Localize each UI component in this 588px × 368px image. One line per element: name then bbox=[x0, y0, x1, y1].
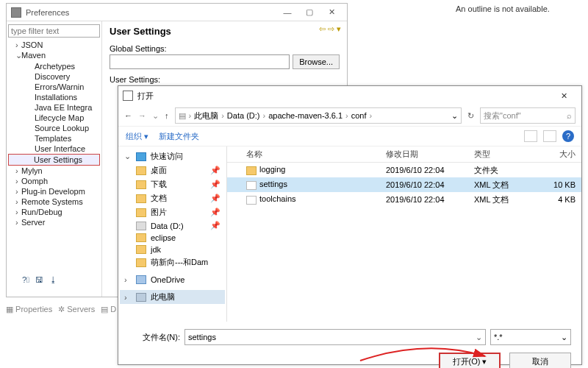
tree-item[interactable]: Errors/Warnin bbox=[8, 82, 100, 92]
new-folder-button[interactable]: 新建文件夹 bbox=[159, 131, 199, 142]
nav-back-button[interactable]: ← bbox=[124, 111, 132, 120]
breadcrumb[interactable]: ▤ › 此电脑›Data (D:)›apache-maven-3.6.1›con… bbox=[175, 107, 462, 124]
user-settings-label: User Settings: bbox=[110, 75, 340, 84]
bottom-tabs: ▦ Properties ✲ Servers ▤ D bbox=[6, 305, 116, 314]
organize-button[interactable]: 组织 ▾ bbox=[126, 131, 148, 142]
filter-input[interactable] bbox=[8, 24, 100, 38]
dropdown-history-icon[interactable]: ⌄ bbox=[152, 111, 159, 121]
servers-tab[interactable]: ✲ Servers bbox=[58, 305, 95, 314]
close-button[interactable]: ✕ bbox=[320, 7, 343, 17]
nav-fwd-icon[interactable]: ⇨ bbox=[328, 24, 334, 34]
sidebar-item[interactable]: ›OneDrive bbox=[120, 274, 225, 286]
help-icon[interactable]: ?⃝ bbox=[22, 275, 29, 284]
preferences-titlebar: Preferences — ▢ ✕ bbox=[7, 4, 347, 21]
filename-dropdown-icon[interactable]: ⌄ bbox=[476, 333, 482, 342]
file-row[interactable]: settings2019/6/10 22:04XML 文档10 KB bbox=[227, 177, 581, 192]
filetype-select[interactable]: *.* ⌄ bbox=[490, 329, 571, 345]
preferences-tree: ›JSON⌄MavenArchetypesDiscoveryErrors/War… bbox=[7, 21, 102, 297]
file-row[interactable]: logging2019/6/10 22:04文件夹 bbox=[227, 163, 581, 177]
refresh-button[interactable]: ↻ bbox=[467, 111, 474, 121]
dialog-close-button[interactable]: ✕ bbox=[551, 91, 577, 101]
open-button[interactable]: 打开(O) ▾ bbox=[439, 353, 501, 368]
tree-item[interactable]: ⌄Maven bbox=[8, 50, 100, 61]
file-row[interactable]: toolchains2019/6/10 22:04XML 文档4 KB bbox=[227, 192, 581, 207]
status-icons: ?⃝ 🖫 ⭳ bbox=[22, 275, 57, 284]
filetype-value: *.* bbox=[494, 333, 503, 342]
tree-item[interactable]: Installations bbox=[8, 92, 100, 102]
filename-input[interactable]: settings ⌄ bbox=[184, 329, 486, 345]
minimize-button[interactable]: — bbox=[276, 8, 298, 17]
sidebar-item[interactable]: ⌄快速访问 bbox=[120, 149, 225, 163]
filetype-dropdown-icon: ⌄ bbox=[561, 333, 567, 342]
breadcrumb-item[interactable]: conf bbox=[351, 111, 367, 120]
tree-item[interactable]: Templates bbox=[8, 133, 100, 144]
window-title: Preferences bbox=[26, 8, 276, 17]
sidebar-item[interactable]: ›此电脑 bbox=[120, 290, 225, 304]
file-open-dialog: 打开 ✕ ← → ⌄ ↑ ▤ › 此电脑›Data (D:)›apache-ma… bbox=[118, 85, 582, 365]
col-type[interactable]: 类型 bbox=[470, 149, 536, 160]
col-name[interactable]: 名称 bbox=[242, 149, 381, 160]
tree-item[interactable]: ›JSON bbox=[8, 40, 100, 50]
nav-back-icon[interactable]: ⇦ bbox=[319, 24, 326, 34]
tree-item[interactable]: User Interface bbox=[8, 144, 100, 154]
filename-label: 文件名(N): bbox=[129, 332, 180, 343]
preview-pane-button[interactable] bbox=[543, 130, 556, 142]
app-icon bbox=[11, 7, 21, 18]
tree-item[interactable]: ›Oomph bbox=[8, 176, 100, 186]
sidebar-item[interactable]: 桌面📌 bbox=[120, 163, 225, 177]
tree-item[interactable]: Discovery bbox=[8, 71, 100, 82]
global-settings-input[interactable] bbox=[110, 54, 290, 69]
data-tab[interactable]: ▤ D bbox=[101, 305, 116, 314]
sidebar: ⌄快速访问桌面📌下载📌文档📌图片📌Data (D:)📌eclipsejdk萌新向… bbox=[118, 146, 227, 322]
sidebar-item[interactable]: 文档📌 bbox=[120, 191, 225, 205]
tree-item[interactable]: Lifecycle Map bbox=[8, 113, 100, 123]
properties-tab[interactable]: ▦ Properties bbox=[6, 305, 52, 314]
tree-item[interactable]: User Settings bbox=[8, 154, 100, 166]
search-icon: ⌕ bbox=[567, 111, 572, 120]
nav-menu-icon[interactable]: ▾ bbox=[337, 24, 341, 34]
col-size[interactable]: 大小 bbox=[536, 149, 580, 160]
maximize-button[interactable]: ▢ bbox=[298, 7, 320, 17]
sidebar-item[interactable]: 萌新向---和Dam bbox=[120, 255, 225, 269]
tree-item[interactable]: Source Lookup bbox=[8, 123, 100, 133]
tree-item[interactable]: ›Run/Debug bbox=[8, 207, 100, 217]
browse-global-button[interactable]: Browse... bbox=[293, 54, 340, 69]
page-title: User Settings bbox=[110, 26, 340, 37]
sidebar-item[interactable]: eclipse bbox=[120, 232, 225, 244]
tree-item[interactable]: ›Server bbox=[8, 217, 100, 227]
nav-forward-button[interactable]: → bbox=[138, 111, 146, 120]
tree-item[interactable]: Java EE Integra bbox=[8, 102, 100, 113]
export-icon[interactable]: ⭳ bbox=[49, 275, 57, 284]
nav-up-button[interactable]: ↑ bbox=[165, 111, 169, 120]
breadcrumb-item[interactable]: 此电脑 bbox=[194, 110, 218, 121]
view-mode-button[interactable] bbox=[524, 130, 537, 142]
breadcrumb-item[interactable]: Data (D:) bbox=[227, 111, 260, 120]
search-placeholder: 搜索"conf" bbox=[484, 110, 521, 121]
tree-item[interactable]: ›Plug-in Developm bbox=[8, 186, 100, 197]
sidebar-item[interactable]: Data (D:)📌 bbox=[120, 219, 225, 232]
sidebar-item[interactable]: jdk bbox=[120, 244, 225, 255]
global-settings-label: Global Settings: bbox=[110, 44, 340, 53]
nav-arrows: ⇦ ⇨ ▾ bbox=[319, 24, 341, 34]
sidebar-item[interactable]: 下载📌 bbox=[120, 177, 225, 191]
breadcrumb-item[interactable]: apache-maven-3.6.1 bbox=[268, 111, 343, 120]
tree-item[interactable]: ›Remote Systems bbox=[8, 197, 100, 207]
tree-item[interactable]: ›Mylyn bbox=[8, 166, 100, 176]
dialog-title: 打开 bbox=[137, 91, 551, 102]
dialog-titlebar: 打开 ✕ bbox=[118, 86, 581, 105]
search-input[interactable]: 搜索"conf" ⌕ bbox=[480, 107, 576, 124]
help-icon[interactable]: ? bbox=[562, 130, 574, 142]
col-date[interactable]: 修改日期 bbox=[381, 149, 470, 160]
sidebar-item[interactable]: 图片📌 bbox=[120, 205, 225, 219]
dialog-toolbar: 组织 ▾ 新建文件夹 ? bbox=[118, 126, 581, 146]
dialog-navbar: ← → ⌄ ↑ ▤ › 此电脑›Data (D:)›apache-maven-3… bbox=[118, 105, 581, 126]
dialog-icon bbox=[123, 91, 133, 101]
import-icon[interactable]: 🖫 bbox=[35, 275, 43, 284]
tree-item[interactable]: Archetypes bbox=[8, 61, 100, 71]
cancel-button[interactable]: 取消 bbox=[509, 353, 571, 368]
file-list: 名称 修改日期 类型 大小 logging2019/6/10 22:04文件夹s… bbox=[227, 146, 581, 322]
filename-value: settings bbox=[188, 333, 216, 342]
column-headers: 名称 修改日期 类型 大小 bbox=[227, 146, 581, 163]
outline-message: An outline is not available. bbox=[456, 4, 550, 13]
